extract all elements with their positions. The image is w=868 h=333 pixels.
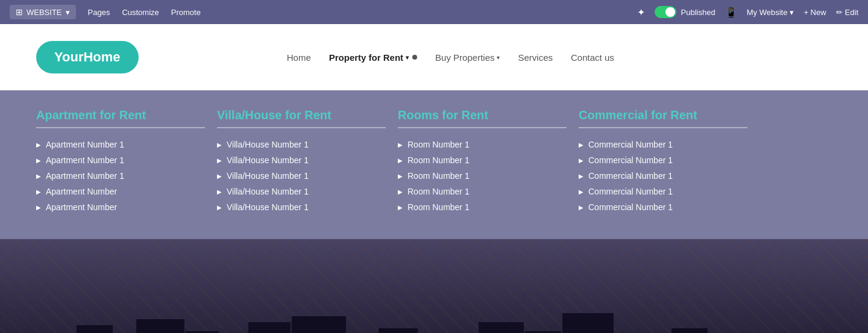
building-6 bbox=[136, 319, 184, 333]
property-rent-dropdown: Apartment for Rent ▶ Apartment Number 1 … bbox=[0, 90, 868, 239]
list-item[interactable]: ▶ Villa/House Number 1 bbox=[217, 137, 386, 152]
villa-col-title: Villa/House for Rent bbox=[217, 108, 386, 128]
item-label: Villa/House Number 1 bbox=[227, 171, 309, 181]
rooms-col: Rooms for Rent ▶ Room Number 1 ▶ Room Nu… bbox=[398, 108, 579, 215]
list-item[interactable]: ▶ Apartment Number bbox=[36, 184, 205, 199]
list-item[interactable]: ▶ Apartment Number 1 bbox=[36, 168, 205, 184]
list-item[interactable]: ▶ Commercial Number 1 bbox=[579, 184, 747, 199]
item-label: Commercial Number 1 bbox=[588, 202, 673, 212]
list-item[interactable]: ▶ Commercial Number 1 bbox=[579, 152, 747, 168]
list-item[interactable]: ▶ Villa/House Number 1 bbox=[217, 199, 386, 215]
nav-property-rent-label: Property for Rent bbox=[329, 52, 403, 63]
list-item[interactable]: ▶ Room Number 1 bbox=[398, 168, 567, 184]
nav-property-rent[interactable]: Property for Rent ▾ bbox=[329, 52, 417, 63]
user-name: Mitchell Admin bbox=[763, 52, 825, 63]
site-header: YourHome Home Property for Rent ▾ Buy Pr… bbox=[0, 24, 868, 90]
item-label: Commercial Number 1 bbox=[588, 155, 673, 165]
nav-buy-properties[interactable]: Buy Properties ▾ bbox=[435, 52, 500, 63]
arrow-icon: ▶ bbox=[36, 204, 41, 211]
item-label: Room Number 1 bbox=[407, 171, 470, 181]
nav-contact[interactable]: Contact us bbox=[571, 52, 614, 63]
nav-buy-label: Buy Properties bbox=[435, 52, 494, 63]
item-label: Villa/House Number 1 bbox=[227, 202, 309, 212]
admin-bar-right: ✦ Published 📱 My Website ▾ + New ✏ Edit bbox=[637, 6, 858, 18]
nav-property-rent-caret: ▾ bbox=[406, 54, 409, 61]
commercial-col: Commercial for Rent ▶ Commercial Number … bbox=[579, 108, 760, 215]
building-9 bbox=[248, 322, 291, 333]
user-caret: ▾ bbox=[827, 52, 832, 63]
logo-text: YourHome bbox=[54, 49, 121, 64]
arrow-icon: ▶ bbox=[398, 142, 403, 148]
nav-services[interactable]: Services bbox=[518, 52, 553, 63]
commercial-list: ▶ Commercial Number 1 ▶ Commercial Numbe… bbox=[579, 137, 747, 215]
list-item[interactable]: ▶ Villa/House Number 1 bbox=[217, 152, 386, 168]
item-label: Apartment Number 1 bbox=[46, 155, 124, 165]
my-website-button[interactable]: My Website ▾ bbox=[747, 8, 794, 17]
villa-col: Villa/House for Rent ▶ Villa/House Numbe… bbox=[217, 108, 398, 215]
apartment-list: ▶ Apartment Number 1 ▶ Apartment Number … bbox=[36, 137, 205, 215]
rooms-list: ▶ Room Number 1 ▶ Room Number 1 ▶ Room N… bbox=[398, 137, 567, 215]
buildings-decoration bbox=[0, 313, 868, 333]
arrow-icon: ▶ bbox=[579, 142, 583, 148]
logo-button[interactable]: YourHome bbox=[36, 41, 139, 73]
dropdown-columns: Apartment for Rent ▶ Apartment Number 1 … bbox=[36, 108, 760, 215]
list-item[interactable]: ▶ Villa/House Number 1 bbox=[217, 168, 386, 184]
building-12 bbox=[379, 328, 418, 333]
item-label: Room Number 1 bbox=[407, 202, 470, 212]
arrow-icon: ▶ bbox=[36, 173, 41, 179]
published-label: Published bbox=[681, 8, 715, 17]
arrow-icon: ▶ bbox=[398, 157, 403, 164]
settings-icon[interactable]: ✦ bbox=[637, 7, 645, 18]
building-17 bbox=[562, 313, 614, 333]
my-website-label: My Website bbox=[747, 8, 788, 17]
list-item[interactable]: ▶ Commercial Number 1 bbox=[579, 168, 747, 184]
arrow-icon: ▶ bbox=[217, 157, 222, 164]
list-item[interactable]: ▶ Commercial Number 1 bbox=[579, 199, 747, 215]
arrow-icon: ▶ bbox=[398, 204, 403, 211]
page-wrapper: ⊞ WEBSITE ▾ Pages Customize Promote ✦ Pu… bbox=[0, 0, 868, 333]
website-button[interactable]: ⊞ WEBSITE ▾ bbox=[10, 5, 76, 19]
item-label: Room Number 1 bbox=[407, 187, 470, 196]
list-item[interactable]: ▶ Room Number 1 bbox=[398, 184, 567, 199]
arrow-icon: ▶ bbox=[579, 173, 583, 179]
arrow-icon: ▶ bbox=[36, 142, 41, 148]
promote-link[interactable]: Promote bbox=[171, 8, 201, 17]
list-item[interactable]: ▶ Apartment Number 1 bbox=[36, 152, 205, 168]
list-item[interactable]: ▶ Room Number 1 bbox=[398, 152, 567, 168]
list-item[interactable]: ▶ Room Number 1 bbox=[398, 199, 567, 215]
list-item[interactable]: ▶ Apartment Number 1 bbox=[36, 137, 205, 152]
edit-label: Edit bbox=[845, 8, 858, 17]
new-button[interactable]: + New bbox=[804, 8, 826, 17]
admin-bar: ⊞ WEBSITE ▾ Pages Customize Promote ✦ Pu… bbox=[0, 0, 868, 24]
building-20 bbox=[671, 328, 708, 333]
website-caret: ▾ bbox=[66, 8, 70, 17]
list-item[interactable]: ▶ Villa/House Number 1 bbox=[217, 184, 386, 199]
item-label: Apartment Number bbox=[46, 187, 117, 196]
published-toggle[interactable] bbox=[655, 6, 676, 18]
hero-section: Learn More bbox=[0, 239, 868, 333]
pages-link[interactable]: Pages bbox=[88, 8, 110, 17]
user-menu-button[interactable]: Mitchell Admin ▾ bbox=[763, 52, 832, 63]
nav-buy-caret: ▾ bbox=[497, 54, 500, 61]
published-toggle-wrap: Published bbox=[655, 6, 715, 18]
customize-link[interactable]: Customize bbox=[122, 8, 159, 17]
item-label: Villa/House Number 1 bbox=[227, 187, 309, 196]
apartment-col-title: Apartment for Rent bbox=[36, 108, 205, 128]
building-4 bbox=[77, 325, 113, 333]
toggle-knob bbox=[665, 7, 675, 17]
commercial-col-title: Commercial for Rent bbox=[579, 108, 747, 128]
list-item[interactable]: ▶ Room Number 1 bbox=[398, 137, 567, 152]
my-website-caret: ▾ bbox=[790, 8, 794, 17]
item-label: Villa/House Number 1 bbox=[227, 140, 309, 149]
item-label: Apartment Number bbox=[46, 202, 117, 212]
list-item[interactable]: ▶ Apartment Number bbox=[36, 199, 205, 215]
list-item[interactable]: ▶ Commercial Number 1 bbox=[579, 137, 747, 152]
mobile-icon[interactable]: 📱 bbox=[725, 7, 737, 18]
item-label: Commercial Number 1 bbox=[588, 140, 673, 149]
nav-home[interactable]: Home bbox=[287, 52, 311, 63]
arrow-icon: ▶ bbox=[217, 188, 222, 195]
edit-button[interactable]: ✏ Edit bbox=[836, 8, 858, 17]
item-label: Commercial Number 1 bbox=[588, 187, 673, 196]
arrow-icon: ▶ bbox=[579, 188, 583, 195]
rooms-col-title: Rooms for Rent bbox=[398, 108, 567, 128]
